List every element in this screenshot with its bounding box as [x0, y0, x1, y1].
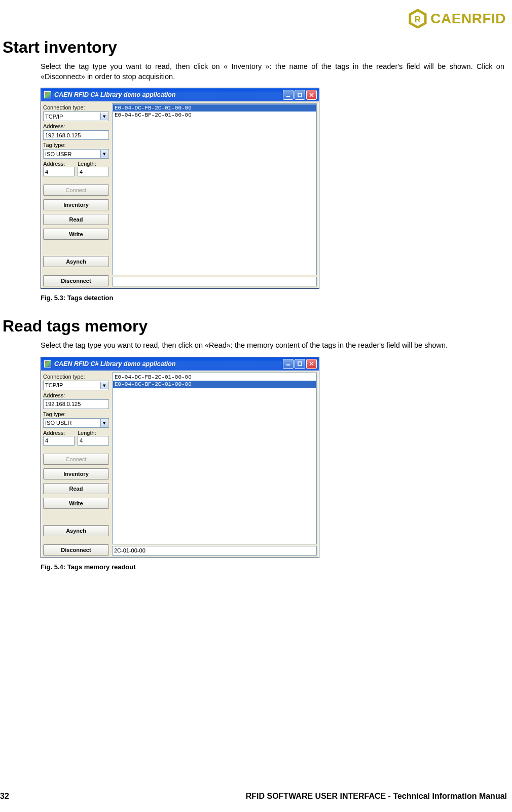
inventory-button[interactable]: Inventory — [43, 468, 109, 479]
address-input[interactable]: 192.168.0.125 — [43, 399, 109, 409]
conn-type-select[interactable]: TCP/IP▾ — [43, 112, 109, 121]
length-input[interactable]: 4 — [78, 436, 109, 446]
list-item[interactable]: E0-04-8C-BF-2C-01-00-00 — [113, 381, 316, 388]
minimize-button[interactable] — [283, 90, 294, 100]
label-conn-type: Connection type: — [43, 374, 109, 380]
brand-name: CAENRFID — [430, 11, 506, 27]
write-button[interactable]: Write — [43, 229, 109, 240]
maximize-button[interactable] — [295, 359, 305, 369]
addr2-input[interactable]: 4 — [43, 436, 75, 446]
label-length: Length: — [78, 430, 109, 436]
caption-fig54: Fig. 5.4: Tags memory readout — [41, 563, 507, 571]
label-tag-type: Tag type: — [43, 411, 109, 417]
label-tag-type: Tag type: — [43, 142, 109, 148]
list-item[interactable]: E0-04-8C-BF-2C-01-00-00 — [113, 112, 316, 119]
tag-list[interactable]: E0-04-DC-FB-2C-01-00-00 E0-04-8C-BF-2C-0… — [112, 103, 317, 275]
chevron-down-icon: ▾ — [100, 419, 108, 427]
svg-rect-6 — [286, 364, 290, 365]
chevron-down-icon: ▾ — [100, 113, 108, 120]
minimize-button[interactable] — [283, 359, 294, 369]
chevron-down-icon: ▾ — [100, 150, 108, 158]
app-icon — [44, 360, 51, 367]
close-button[interactable] — [306, 359, 317, 369]
paragraph-read-tags: Select the tag type you want to read, th… — [41, 341, 504, 351]
brand-logo: R CAENRFID — [408, 9, 506, 28]
asynch-button[interactable]: Asynch — [43, 256, 109, 267]
tag-type-select[interactable]: ISO USER▾ — [43, 418, 109, 428]
disconnect-button[interactable]: Disconnect — [43, 275, 109, 286]
label-addr2: Address: — [43, 161, 75, 167]
logo-hex-icon: R — [408, 9, 427, 28]
svg-rect-2 — [286, 96, 290, 97]
list-item[interactable]: E0-04-DC-FB-2C-01-00-00 — [113, 104, 316, 112]
label-conn-type: Connection type: — [43, 104, 109, 110]
page-number: 32 — [0, 792, 9, 801]
app-window-fig53: CAEN RFID C# Library demo application Co… — [41, 88, 319, 289]
label-address: Address: — [43, 123, 109, 129]
address-input[interactable]: 192.168.0.125 — [43, 130, 109, 140]
caption-fig53: Fig. 5.3: Tags detection — [41, 294, 507, 302]
connect-button[interactable]: Connect — [43, 454, 109, 465]
paragraph-start-inventory: Select the tag type you want to read, th… — [41, 62, 504, 82]
tag-type-select[interactable]: ISO USER▾ — [43, 149, 109, 159]
conn-type-select[interactable]: TCP/IP▾ — [43, 381, 109, 390]
app-icon — [44, 91, 51, 98]
inventory-button[interactable]: Inventory — [43, 199, 109, 210]
write-button[interactable]: Write — [43, 498, 109, 509]
tag-list[interactable]: E0-04-DC-FB-2C-01-00-00 E0-04-8C-BF-2C-0… — [112, 373, 317, 544]
list-item[interactable]: E0-04-DC-FB-2C-01-00-00 — [113, 374, 316, 381]
svg-rect-3 — [298, 93, 302, 97]
read-button[interactable]: Read — [43, 483, 109, 494]
titlebar[interactable]: CAEN RFID C# Library demo application — [41, 357, 319, 371]
footer-title: RFID SOFTWARE USER INTERFACE - Technical… — [246, 792, 507, 801]
connect-button[interactable]: Connect — [43, 184, 109, 196]
status-output: 2C-01-00-00 — [112, 546, 317, 556]
status-output — [112, 277, 317, 286]
maximize-button[interactable] — [295, 90, 305, 100]
length-input[interactable]: 4 — [78, 167, 109, 176]
app-window-fig54: CAEN RFID C# Library demo application Co… — [41, 357, 319, 558]
window-title: CAEN RFID C# Library demo application — [54, 91, 283, 98]
label-length: Length: — [78, 161, 109, 167]
read-button[interactable]: Read — [43, 214, 109, 225]
label-address: Address: — [43, 392, 109, 398]
label-addr2: Address: — [43, 430, 75, 436]
chevron-down-icon: ▾ — [100, 382, 108, 389]
heading-start-inventory: Start inventory — [3, 38, 507, 57]
heading-read-tags: Read tags memory — [3, 317, 507, 336]
window-title: CAEN RFID C# Library demo application — [54, 360, 283, 367]
addr2-input[interactable]: 4 — [43, 167, 75, 176]
titlebar[interactable]: CAEN RFID C# Library demo application — [41, 88, 319, 101]
svg-rect-7 — [298, 362, 302, 365]
close-button[interactable] — [306, 90, 317, 100]
asynch-button[interactable]: Asynch — [43, 525, 109, 536]
svg-text:R: R — [415, 15, 421, 24]
disconnect-button[interactable]: Disconnect — [43, 544, 109, 556]
